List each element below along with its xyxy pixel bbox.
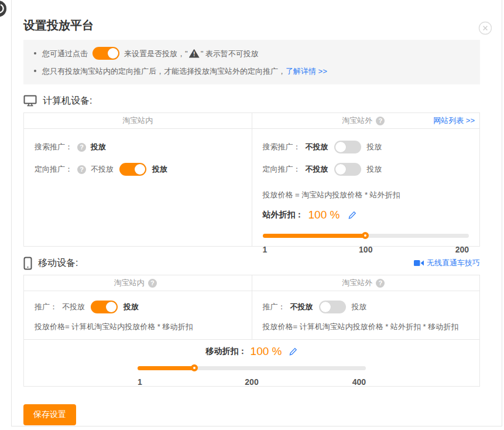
mobile-inside-cell: 推广： 不投放 投放 投放价格= 计算机淘宝站内投放价格 * 移动折扣: [24, 291, 252, 339]
mobile-promo-outside-toggle[interactable]: [319, 301, 346, 313]
warning-icon: !: [189, 49, 200, 58]
mobile-discount-slider[interactable]: [138, 362, 366, 374]
video-icon: [414, 260, 424, 267]
mobile-header-taobao-outside: 淘宝站外 ?: [252, 275, 480, 291]
toggle-knob: [335, 164, 346, 175]
mobile-promo-inside-row: 推广： 不投放 投放: [35, 297, 241, 317]
computer-header-taobao-inside: 淘宝站内: [24, 113, 252, 128]
computer-icon: [23, 95, 37, 107]
outside-slider-ticks: 1 100 200: [263, 245, 469, 255]
mobile-table-header: 淘宝站内 ? 淘宝站外 ?: [24, 275, 479, 291]
notice-2-text: 您只有投放淘宝站内的定向推广后，才能选择投放淘宝站外的定向推广，: [42, 65, 286, 77]
mobile-icon: [23, 257, 32, 270]
notice-item-1: 您可通过点击 来设置是否投放，" ! " 表示暂不可投放: [34, 46, 469, 61]
close-button[interactable]: [478, 21, 492, 35]
computer-outside-cell: 搜索推广： 不投放 投放 定向推广： 不投放 投放 投放价格 = 淘宝站内投放价…: [252, 129, 480, 246]
pencil-icon: [348, 211, 356, 220]
toggle-knob: [135, 164, 145, 175]
computer-target-outside-toggle[interactable]: [334, 163, 361, 176]
mobile-discount-line: 移动折扣： 100 %: [24, 344, 479, 359]
outside-discount-slider[interactable]: [263, 230, 469, 241]
toggle-knob: [106, 302, 116, 312]
notice-1-text-a: 您可通过点击: [42, 47, 88, 60]
wireless-tips-link[interactable]: 无线直通车技巧: [414, 258, 480, 268]
edit-outside-discount-button[interactable]: [348, 211, 356, 220]
mobile-inside-formula: 投放价格= 计算机淘宝站内投放价格 * 移动折扣: [35, 322, 241, 332]
save-settings-button[interactable]: 保存设置: [23, 404, 76, 425]
computer-target-inside-toggle[interactable]: [119, 163, 146, 176]
help-icon[interactable]: ?: [148, 279, 157, 288]
edit-mobile-discount-button[interactable]: [289, 347, 297, 356]
computer-header-taobao-outside: 淘宝站外 ? 网站列表 >>: [252, 113, 480, 128]
help-icon[interactable]: ?: [376, 279, 385, 288]
notice-1-text-c: " 表示暂不可投放: [201, 47, 259, 60]
slider-handle[interactable]: [191, 364, 198, 371]
bullet-dot: [34, 70, 36, 72]
computer-search-inside-state: 投放: [91, 142, 106, 152]
pencil-icon: [289, 347, 297, 356]
mobile-promo-outside-row: 推广： 不投放 投放: [263, 297, 469, 317]
mobile-section-title: 移动设备:: [38, 257, 78, 269]
floating-corner-button[interactable]: [0, 0, 7, 18]
demo-toggle[interactable]: [92, 47, 119, 60]
computer-section-title: 计算机设备:: [43, 95, 92, 107]
close-icon: [478, 21, 492, 35]
notice-item-2: 您只有投放淘宝站内的定向推广后，才能选择投放淘宝站外的定向推广， 了解详情 >>: [34, 63, 469, 79]
computer-target-outside-row: 定向推广： 不投放 投放: [263, 158, 469, 180]
outside-discount-value: 100 %: [308, 209, 340, 221]
slider-handle[interactable]: [362, 232, 369, 239]
computer-section-header: 计算机设备:: [23, 93, 480, 109]
mobile-outside-formula: 投放价格= 计算机淘宝站内投放价格 * 站外折扣 * 移动折扣: [263, 322, 469, 332]
notice-panel: 您可通过点击 来设置是否投放，" ! " 表示暂不可投放 您只有投放淘宝站内的定…: [23, 40, 480, 84]
slider-fill: [138, 366, 194, 370]
help-icon[interactable]: ?: [77, 165, 86, 174]
toggle-knob: [320, 302, 331, 312]
site-list-link[interactable]: 网站列表 >>: [433, 115, 475, 126]
toggle-knob: [335, 142, 346, 152]
learn-more-link[interactable]: 了解详情 >>: [286, 65, 327, 77]
mobile-discount-value: 100 %: [251, 345, 282, 358]
mobile-section-header: 移动设备: 无线直通车技巧: [23, 255, 480, 271]
computer-table-header: 淘宝站内 淘宝站外 ? 网站列表 >>: [24, 113, 479, 129]
bullet-dot: [34, 52, 36, 54]
mobile-header-taobao-inside: 淘宝站内 ?: [24, 275, 252, 291]
mobile-promo-inside-toggle[interactable]: [91, 301, 118, 313]
slider-fill: [263, 234, 365, 238]
computer-target-inside-row: 定向推广： ? 不投放 投放: [35, 158, 241, 180]
computer-platform-table: 淘宝站内 淘宝站外 ? 网站列表 >> 搜索推广： ? 投放: [23, 112, 480, 247]
mobile-platform-table: 淘宝站内 ? 淘宝站外 ? 推广： 不投放 投放: [23, 275, 480, 387]
mobile-outside-cell: 推广： 不投放 投放 投放价格= 计算机淘宝站内投放价格 * 站外折扣 * 移动…: [252, 291, 480, 339]
toggle-knob: [108, 48, 118, 59]
computer-search-outside-row: 搜索推广： 不投放 投放: [263, 136, 469, 158]
set-platform-dialog: 设置投放平台 您可通过点击 来设置是否投放，" ! " 表示暂不可投放 您只有投…: [11, 0, 502, 426]
computer-inside-cell: 搜索推广： ? 投放 定向推广： ? 不投放 投放: [24, 129, 252, 246]
outside-discount-line: 站外折扣： 100 %: [263, 209, 469, 221]
mobile-discount-row: 移动折扣： 100 %: [24, 339, 479, 386]
help-icon[interactable]: ?: [376, 117, 385, 125]
notice-1-text-b: 来设置是否投放，": [124, 47, 188, 60]
computer-search-inside-row: 搜索推广： ? 投放: [35, 136, 241, 158]
computer-search-outside-toggle[interactable]: [334, 141, 361, 153]
page-title: 设置投放平台: [23, 18, 480, 33]
outside-price-formula: 投放价格 = 淘宝站内投放价格 * 站外折扣: [263, 190, 469, 200]
help-icon[interactable]: ?: [77, 143, 86, 152]
mobile-slider-ticks: 1 200 400: [138, 377, 366, 388]
page: 设置投放平台 您可通过点击 来设置是否投放，" ! " 表示暂不可投放 您只有投…: [0, 0, 504, 430]
corner-circle-icon: [0, 0, 7, 18]
